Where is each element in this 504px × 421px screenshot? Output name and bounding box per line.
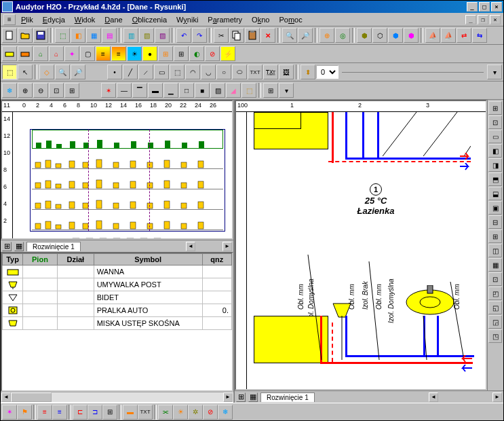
rtool-17[interactable]: ◳ bbox=[488, 329, 502, 343]
view-btn-15[interactable]: ⚡ bbox=[220, 46, 235, 61]
rhscroll-right[interactable]: ► bbox=[492, 392, 502, 402]
btool-flag[interactable]: ⚑ bbox=[17, 405, 32, 420]
rtool-10[interactable]: ⊞ bbox=[488, 230, 502, 243]
hscroll-right[interactable]: ► bbox=[222, 242, 232, 251]
btool-sun[interactable]: ☀ bbox=[173, 405, 188, 420]
rtool-7[interactable]: ⬓ bbox=[488, 187, 502, 200]
menu-plik[interactable]: Plik bbox=[17, 14, 37, 25]
rtool-11[interactable]: ◫ bbox=[488, 244, 502, 257]
open-button[interactable] bbox=[18, 28, 33, 43]
col-dzial[interactable]: Dział bbox=[57, 254, 94, 266]
rtab-nav-2[interactable]: ▦ bbox=[248, 392, 258, 402]
target-button[interactable]: ◎ bbox=[335, 28, 350, 43]
menu-okno[interactable]: Okno bbox=[248, 14, 273, 25]
minimize-button[interactable]: _ bbox=[467, 2, 478, 12]
right-tab[interactable]: Rozwinięcie 1 bbox=[260, 392, 315, 402]
rtool-14[interactable]: ◰ bbox=[488, 287, 502, 300]
rtool-8[interactable]: ▣ bbox=[488, 201, 502, 215]
view-btn-10[interactable]: ● bbox=[142, 46, 157, 61]
tab-nav-first[interactable]: ⊞ bbox=[2, 242, 12, 251]
layer-combo[interactable]: 0 bbox=[316, 65, 338, 79]
child-close-button[interactable]: × bbox=[490, 15, 501, 24]
menu-edycja[interactable]: Edycja bbox=[39, 14, 69, 25]
btool-red2[interactable]: ⊏ bbox=[73, 405, 88, 420]
layer-btn-3[interactable]: ⬢ bbox=[388, 28, 403, 43]
view-btn-7[interactable]: ≡ bbox=[96, 46, 111, 61]
view-btn-4[interactable]: ⌂ bbox=[49, 46, 64, 61]
tool-btn-3[interactable]: ▦ bbox=[86, 28, 101, 43]
overview-drawing[interactable]: 11 0 2 4 6 8 10 12 14 16 18 20 22 24 26 bbox=[1, 100, 233, 240]
maximize-button[interactable]: □ bbox=[479, 2, 490, 12]
btool-snow[interactable]: ❄ bbox=[218, 405, 233, 420]
view-btn-13[interactable]: ◐ bbox=[189, 46, 204, 61]
grid-toggle[interactable]: ⊞ bbox=[263, 83, 278, 98]
btool-link[interactable]: ⫘ bbox=[158, 405, 173, 420]
text2-tool[interactable]: T͟X͟T bbox=[263, 65, 278, 79]
cut-button[interactable]: ✂ bbox=[214, 28, 229, 43]
select-tool[interactable]: ⬚ bbox=[2, 65, 17, 79]
align-mid[interactable]: ▬ bbox=[148, 83, 163, 98]
rtool-5[interactable]: ◨ bbox=[488, 158, 502, 172]
rtool-15[interactable]: ◱ bbox=[488, 301, 502, 314]
text-rect-tool[interactable]: ⬚ bbox=[170, 65, 185, 79]
ellipse-tool[interactable]: ⬭ bbox=[232, 65, 247, 79]
fill-solid[interactable]: ■ bbox=[195, 83, 210, 98]
rhscroll-left[interactable]: ◄ bbox=[429, 392, 438, 402]
btool-blue2[interactable]: ⊐ bbox=[88, 405, 102, 420]
view-btn-14[interactable]: ⊘ bbox=[205, 46, 220, 61]
arc2-tool[interactable]: ◡ bbox=[201, 65, 216, 79]
pointer-tool[interactable]: ↖ bbox=[18, 65, 33, 79]
ship-btn-2[interactable]: ⛵ bbox=[441, 28, 456, 43]
fill-none[interactable]: □ bbox=[179, 83, 194, 98]
tool-btn-1[interactable]: ⬚ bbox=[55, 28, 70, 43]
undo-button[interactable]: ↶ bbox=[176, 28, 191, 43]
copy-button[interactable] bbox=[229, 28, 244, 43]
align-top[interactable]: ▔ bbox=[132, 83, 147, 98]
view-btn-2[interactable] bbox=[18, 46, 33, 61]
view-btn-8[interactable]: ≡ bbox=[111, 46, 126, 61]
menu-parametry[interactable]: Parametry bbox=[203, 14, 246, 25]
rtool-6[interactable]: ⬒ bbox=[488, 172, 502, 186]
view-btn-11[interactable]: ⊞ bbox=[158, 46, 173, 61]
btool-mix[interactable]: ⊞ bbox=[102, 405, 117, 420]
btool-txt[interactable]: TXT bbox=[138, 405, 153, 420]
child-minimize-button[interactable]: _ bbox=[465, 15, 476, 24]
tool-btn-6[interactable]: ▧ bbox=[139, 28, 154, 43]
overview-canvas[interactable] bbox=[13, 112, 232, 238]
tool-btn-2[interactable]: ◧ bbox=[71, 28, 85, 43]
rtool-3[interactable]: ▭ bbox=[488, 130, 502, 143]
tab-nav-overview[interactable]: ▦ bbox=[14, 242, 24, 251]
child-restore-button[interactable]: ❐ bbox=[478, 15, 488, 24]
paste-button[interactable] bbox=[245, 28, 260, 43]
tool-btn-5[interactable]: ▥ bbox=[123, 28, 138, 43]
system-menu-icon[interactable]: ≡ bbox=[3, 14, 16, 25]
arc-tool[interactable]: ◠ bbox=[185, 65, 200, 79]
eraser-tool[interactable]: ◇ bbox=[39, 65, 54, 79]
col-qn[interactable]: qnz bbox=[202, 254, 231, 266]
view-btn-12[interactable]: ⊞ bbox=[174, 46, 189, 61]
align-bot[interactable]: ▁ bbox=[163, 83, 178, 98]
view-btn-6[interactable]: ▢ bbox=[80, 46, 95, 61]
linestyle-solid[interactable]: — bbox=[117, 83, 132, 98]
delete-button[interactable]: ✕ bbox=[260, 28, 275, 43]
btool-gear[interactable]: ✲ bbox=[188, 405, 203, 420]
zoom-snowflake[interactable]: ❄ bbox=[2, 83, 17, 98]
menu-dane[interactable]: Dane bbox=[100, 14, 126, 25]
calc-button[interactable]: ⊕ bbox=[319, 28, 334, 43]
hscroll-left[interactable]: ◄ bbox=[186, 242, 195, 251]
layer-btn-1[interactable]: ⬢ bbox=[357, 28, 372, 43]
menu-widok[interactable]: Widok bbox=[71, 14, 100, 25]
zoom-window[interactable]: ⊞ bbox=[64, 83, 79, 98]
zoom-fit[interactable]: ⊡ bbox=[49, 83, 64, 98]
layer-btn-2[interactable]: ⬡ bbox=[372, 28, 387, 43]
rtool-16[interactable]: ◲ bbox=[488, 315, 502, 329]
snap-star[interactable]: ✶ bbox=[101, 83, 116, 98]
zoom-plus[interactable]: ⊕ bbox=[18, 83, 33, 98]
zoom-minus[interactable]: ⊖ bbox=[33, 83, 48, 98]
view-btn-9[interactable]: ☀ bbox=[127, 46, 142, 61]
col-pion[interactable]: Pion bbox=[23, 254, 58, 266]
point-tool[interactable]: • bbox=[107, 65, 122, 79]
rtool-1[interactable]: ⊞ bbox=[488, 101, 502, 115]
btool-star[interactable]: ✶ bbox=[2, 405, 17, 420]
polyline-tool[interactable]: ⟋ bbox=[138, 65, 153, 79]
